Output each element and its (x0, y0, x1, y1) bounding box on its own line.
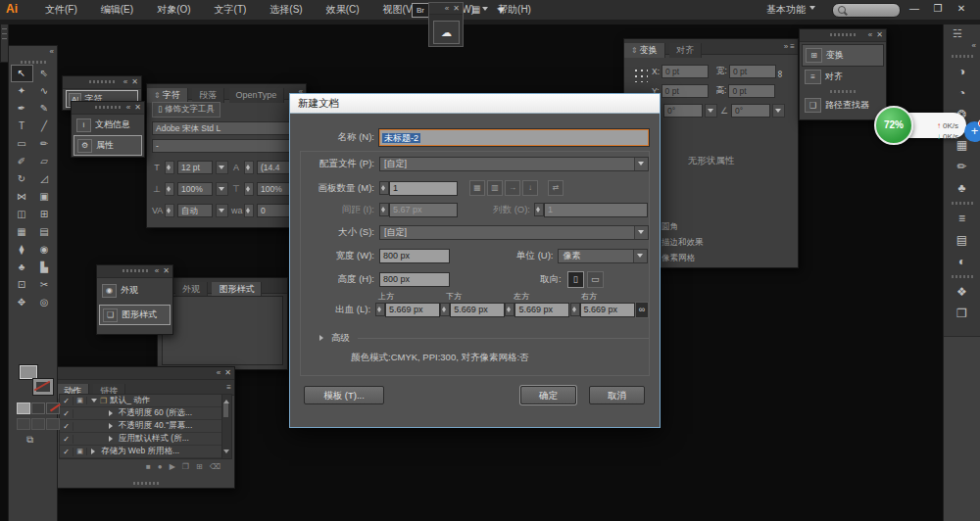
action-label[interactable]: 存储为 Web 所用格... (101, 446, 179, 457)
drag-handle[interactable] (21, 61, 46, 64)
scrollbar[interactable] (221, 394, 232, 459)
magic-wand-tool[interactable]: ✦ (11, 82, 33, 100)
mesh-tool[interactable]: ▦ (11, 223, 33, 241)
pencil-tool[interactable]: ✐ (11, 153, 33, 170)
close-icon[interactable]: ✕ (224, 368, 231, 377)
collapse-icon[interactable]: « (217, 368, 220, 377)
collapse-icon[interactable]: « (155, 266, 159, 275)
rotate-field[interactable]: 0° (663, 104, 703, 118)
stepper[interactable] (375, 303, 385, 316)
action-checkbox[interactable]: ✓ (60, 397, 74, 405)
drag-handle[interactable] (952, 55, 973, 58)
color-guide-icon[interactable]: ◔ (958, 82, 965, 104)
menu-edit[interactable]: 编辑(E) (89, 0, 145, 20)
stepper[interactable] (244, 182, 254, 196)
direct-selection-tool[interactable]: ⇖ (33, 65, 56, 82)
dropdown-button[interactable] (705, 104, 717, 118)
close-icon[interactable]: ✕ (876, 30, 883, 39)
reference-point-grid[interactable] (632, 67, 648, 82)
menu-select[interactable]: 选择(S) (258, 0, 314, 20)
eyedropper-tool[interactable]: ⧫ (11, 241, 33, 259)
collapse-icon[interactable]: « (126, 103, 130, 112)
stepper[interactable] (440, 303, 450, 316)
panel-menu-icon[interactable]: ≡ (790, 42, 795, 51)
appearance-item[interactable]: ◉ 外观 (99, 281, 171, 300)
action-dialog-toggle[interactable]: ▣ (74, 397, 87, 404)
stepper[interactable] (165, 204, 174, 217)
x-field[interactable]: 0 pt (662, 65, 709, 78)
action-label[interactable]: 默认_ 动作 (110, 395, 150, 406)
dropdown-button[interactable] (216, 204, 228, 217)
slice-tool[interactable]: ✂ (33, 276, 56, 294)
stroke-color-swatch[interactable] (33, 379, 53, 395)
stepper[interactable] (505, 303, 514, 316)
stepper[interactable] (165, 161, 174, 174)
link-bleeds-icon[interactable]: ∞ (635, 302, 649, 318)
stepper[interactable] (379, 203, 389, 216)
brushes-icon[interactable]: ✏ (956, 156, 966, 177)
scroll-up-icon[interactable] (223, 397, 229, 403)
drag-handle[interactable] (830, 33, 856, 36)
dropdown-button[interactable] (772, 104, 785, 118)
cancel-button[interactable]: 取消 (589, 386, 645, 404)
type-tool[interactable]: T (11, 118, 33, 135)
collapse-icon[interactable]: « (123, 77, 127, 86)
stepper[interactable] (244, 161, 254, 174)
action-label[interactable]: 不透明度 40."屏幕... (119, 420, 192, 432)
expand-icon[interactable]: » (784, 42, 788, 51)
new-set-icon[interactable]: ❐ (182, 462, 189, 471)
perspective-grid-tool[interactable]: ⊞ (33, 206, 56, 223)
close-icon[interactable]: ✕ (134, 103, 141, 112)
stepper[interactable] (570, 303, 580, 316)
pen-tool[interactable]: ✒ (11, 100, 33, 118)
menu-effect[interactable]: 效果(C) (315, 0, 371, 20)
drag-handle[interactable] (830, 90, 856, 93)
tab-graphic-styles[interactable]: 图形样式 (212, 282, 262, 297)
fill-color-swatch[interactable] (20, 365, 37, 379)
collapse-icon[interactable]: « (50, 47, 54, 56)
columns-input[interactable]: 1 (544, 203, 648, 217)
blend-tool[interactable]: ◉ (33, 241, 56, 259)
stroke-icon[interactable]: ≡ (958, 208, 965, 229)
close-icon[interactable]: ✕ (453, 4, 460, 13)
tab-transform[interactable]: ⇕变换 (624, 43, 665, 58)
tab-appearance[interactable]: 外观 (175, 282, 208, 297)
drag-handle[interactable] (952, 275, 973, 278)
drag-handle[interactable] (89, 80, 115, 83)
scrollbar-thumb[interactable] (223, 403, 228, 417)
document-info-item[interactable]: i 文档信息 (74, 116, 142, 134)
lasso-tool[interactable]: ∿ (33, 82, 56, 100)
width-field[interactable]: 0 pt (729, 65, 776, 78)
tab-align[interactable]: 对齐 (669, 43, 702, 58)
dropdown-button[interactable] (216, 161, 228, 174)
gradient-button[interactable] (31, 403, 45, 414)
bleed-left-input[interactable]: 5.669 px (514, 303, 569, 317)
vertical-scale-field[interactable]: 100% (177, 182, 213, 196)
artboard-tool[interactable]: ⊡ (11, 276, 33, 294)
scroll-down-icon[interactable] (223, 450, 229, 456)
stepper[interactable] (534, 203, 544, 216)
bleed-top-input[interactable]: 5.669 px (385, 303, 440, 317)
line-tool[interactable]: ╱ (33, 118, 56, 135)
constrain-proportions-icon[interactable]: ∞ (775, 71, 786, 77)
menu-object[interactable]: 对象(O) (145, 0, 202, 20)
stepper[interactable] (244, 204, 254, 217)
grid-by-row-button[interactable]: ▦ (469, 180, 485, 196)
action-checkbox[interactable]: ✓ (60, 448, 74, 456)
play-icon[interactable]: ▶ (170, 462, 175, 471)
shape-builder-tool[interactable]: ◫ (11, 206, 33, 223)
creative-cloud-icon[interactable]: ☁ (433, 21, 460, 44)
ok-button[interactable]: 确定 (520, 386, 576, 404)
size-dropdown[interactable]: [自定] (379, 225, 649, 240)
shear-field[interactable]: 0° (731, 104, 770, 118)
tab-opentype[interactable]: OpenType (229, 88, 285, 103)
rectangle-tool[interactable]: ▭ (11, 135, 33, 153)
menu-type[interactable]: 文字(T) (203, 0, 259, 20)
paintbrush-tool[interactable]: ✏ (33, 135, 56, 153)
symbol-sprayer-tool[interactable]: ♣ (11, 259, 33, 276)
drag-handle[interactable] (122, 269, 148, 272)
zoom-tool[interactable]: ◎ (33, 294, 56, 311)
selection-tool[interactable]: ↖ (11, 65, 33, 82)
width-tool[interactable]: ⋈ (11, 188, 33, 206)
none-button[interactable] (46, 403, 60, 414)
